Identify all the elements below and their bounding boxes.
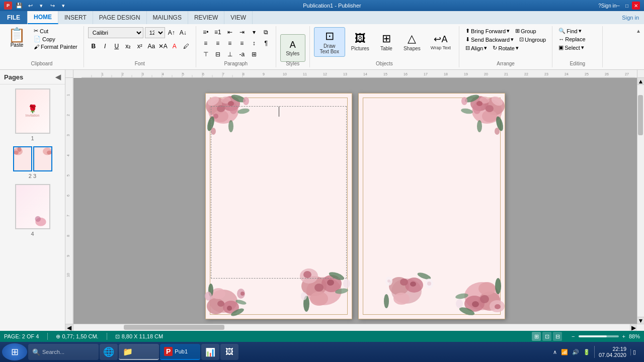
scroll-right-button[interactable]: ▶ (630, 324, 637, 331)
show-desktop-button[interactable]: ▯ (630, 349, 638, 355)
scroll-thumb-h[interactable] (124, 325, 224, 330)
bullet-list-button[interactable]: ≡• (200, 27, 211, 37)
align-center-button[interactable]: ≡ (212, 38, 223, 48)
text-middle-button[interactable]: ⊟ (212, 49, 223, 59)
show-marks-button[interactable]: ¶ (261, 38, 272, 48)
taskbar-chrome[interactable]: 🌐 (100, 344, 118, 360)
pages-collapse-button[interactable]: ◀ (55, 73, 61, 81)
paragraph-spacing[interactable]: ⊞ (249, 49, 260, 59)
page-thumb-23[interactable]: 2 3 (4, 146, 61, 179)
vertical-scrollbar[interactable]: ▲ ▼ (637, 78, 644, 324)
select-button[interactable]: ▣ Select ▾ (556, 44, 586, 51)
clear-format-button[interactable]: ✕A (157, 41, 169, 52)
taskbar-explorer[interactable]: 📁 (119, 344, 159, 360)
highlight-button[interactable]: 🖊 (181, 41, 192, 52)
text-top-button[interactable]: ⊤ (200, 49, 211, 59)
tab-file[interactable]: FILE (0, 11, 28, 24)
tab-home[interactable]: HOME (28, 11, 58, 24)
table-button[interactable]: ⊞ Table (375, 27, 397, 56)
page-thumb-1[interactable]: 🌹 Invitation 1 (4, 88, 61, 141)
line-spacing-button[interactable]: ↕ (249, 38, 260, 48)
minimize-button[interactable]: ─ (614, 2, 622, 10)
numbered-list-button[interactable]: ≡1 (212, 27, 223, 37)
underline-button[interactable]: U (111, 41, 122, 52)
shapes-button[interactable]: △ Shapes (399, 27, 425, 56)
zoom-out-button[interactable]: − (570, 333, 576, 339)
zoom-in-button[interactable]: + (621, 333, 627, 339)
undo-button[interactable]: ↩ (25, 1, 35, 11)
hyphenation-button[interactable]: -a (236, 49, 248, 59)
select-dropdown[interactable]: ▾ (581, 44, 584, 51)
tab-page-design[interactable]: PAGE DESIGN (93, 11, 147, 24)
wrap-text-button[interactable]: ↩A Wrap Text (427, 27, 455, 56)
align-left-button[interactable]: ≡ (200, 38, 211, 48)
font-size-select[interactable]: 12 (145, 27, 165, 38)
find-dropdown[interactable]: ▾ (579, 28, 582, 34)
draw-text-box-button[interactable]: ⊡ Draw Text Box (314, 27, 345, 57)
italic-button[interactable]: I (100, 41, 111, 52)
tab-review[interactable]: REVIEW (188, 11, 224, 24)
list-dropdown[interactable]: ▾ (249, 27, 260, 37)
grow-font-button[interactable]: A↑ (167, 29, 177, 37)
increase-indent-button[interactable]: ⇥ (236, 27, 248, 37)
redo-button[interactable]: ↪ (47, 1, 57, 11)
replace-button[interactable]: ↔ Replace (556, 36, 587, 43)
taskbar-search[interactable]: 🔍 Search... (28, 344, 99, 360)
cut-button[interactable]: ✂ Cut (32, 27, 79, 35)
superscript-button[interactable]: x² (134, 41, 145, 52)
send-backward-dropdown[interactable]: ▾ (511, 36, 514, 43)
text-bottom-button[interactable]: ⊥ (224, 49, 235, 59)
sign-in-button[interactable]: Sign in (605, 2, 613, 10)
clock[interactable]: 22:19 07.04.2020 (599, 346, 626, 358)
group-button[interactable]: ⊞ Group (513, 27, 538, 35)
tray-expand[interactable]: ∧ (553, 349, 557, 355)
shrink-font-button[interactable]: A↓ (178, 29, 188, 37)
start-button[interactable]: ⊞ (2, 343, 27, 360)
copy-button[interactable]: 📄 Copy (32, 35, 79, 43)
customize-button[interactable]: ▾ (58, 1, 68, 11)
taskbar-app4[interactable]: 📊 (201, 344, 219, 360)
view-master-button[interactable]: ⊡ (542, 332, 551, 341)
tab-view[interactable]: VIEW (224, 11, 253, 24)
close-button[interactable]: ✕ (632, 2, 640, 10)
sign-in-ribbon[interactable]: Sign in (617, 11, 644, 24)
canvas-scroll[interactable] (73, 78, 637, 324)
maximize-button[interactable]: □ (623, 2, 631, 10)
collapse-ribbon-button[interactable]: ▲ (636, 26, 644, 67)
bring-forward-dropdown[interactable]: ▾ (507, 28, 510, 34)
bold-button[interactable]: B (88, 41, 99, 52)
view-scratch-button[interactable]: ⊟ (553, 332, 562, 341)
zoom-slider[interactable] (579, 335, 619, 337)
format-painter-button[interactable]: 🖌 Format Painter (32, 43, 79, 50)
align-button[interactable]: ⊟ Align ▾ (463, 44, 489, 52)
rotate-button[interactable]: ↻ Rotate ▾ (491, 44, 520, 52)
bring-forward-button[interactable]: ⬆ Bring Forward ▾ (463, 27, 512, 35)
pictures-button[interactable]: 🖼 Pictures (347, 27, 373, 56)
text-box-left[interactable] (211, 106, 347, 279)
styles-button[interactable]: A Styles (280, 34, 305, 62)
scroll-thumb-v[interactable] (638, 95, 643, 135)
align-dropdown[interactable]: ▾ (484, 45, 487, 51)
paste-button[interactable]: 📋 Paste (4, 27, 30, 50)
save-button[interactable]: 💾 (14, 1, 24, 11)
subscript-button[interactable]: x₂ (123, 41, 134, 52)
scroll-down-button[interactable]: ▼ (637, 317, 644, 324)
align-right-button[interactable]: ≡ (224, 38, 235, 48)
text-case-button[interactable]: Aa (146, 41, 157, 52)
font-color-button[interactable]: A (169, 41, 180, 52)
taskbar-publisher[interactable]: P Pub1 (160, 344, 200, 360)
find-button[interactable]: 🔍 Find ▾ (556, 27, 583, 35)
ungroup-button[interactable]: ⊡ Ungroup (517, 36, 548, 43)
column-button[interactable]: ⧉ (261, 27, 272, 37)
view-normal-button[interactable]: ⊞ (532, 332, 541, 341)
rotate-dropdown[interactable]: ▾ (516, 45, 519, 51)
page-thumb-4[interactable]: 4 (4, 184, 61, 237)
send-backward-button[interactable]: ⬇ Send Backward ▾ (463, 36, 516, 43)
justify-button[interactable]: ≡ (236, 38, 248, 48)
scroll-up-button[interactable]: ▲ (637, 78, 644, 85)
taskbar-app5[interactable]: 🖼 (220, 344, 238, 360)
decrease-indent-button[interactable]: ⇤ (224, 27, 235, 37)
tab-mailings[interactable]: MAILINGS (147, 11, 188, 24)
font-family-select[interactable]: Calibri (88, 27, 143, 38)
undo-dropdown[interactable]: ▾ (36, 1, 46, 11)
